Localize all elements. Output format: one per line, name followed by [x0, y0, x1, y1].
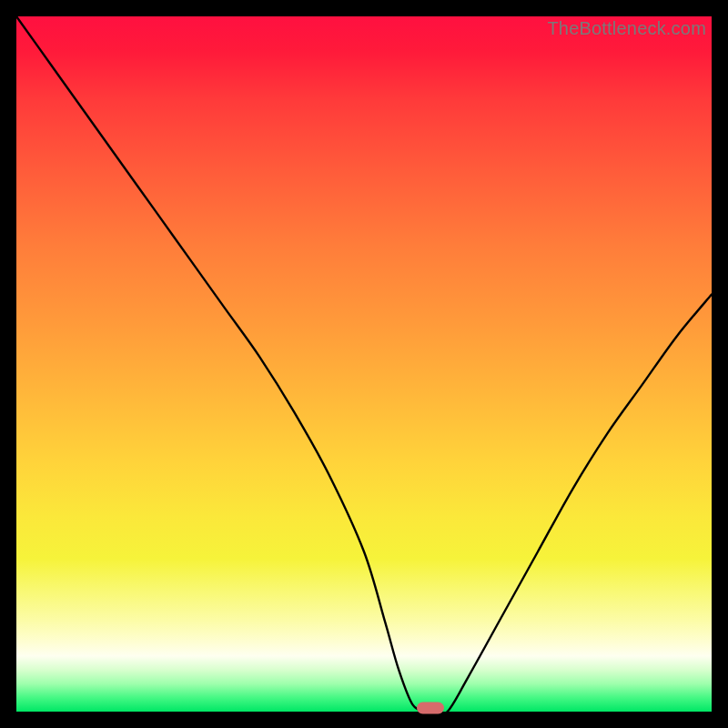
plot-area: TheBottleneck.com [16, 16, 712, 712]
chart-frame: TheBottleneck.com [0, 0, 728, 728]
bottleneck-curve [16, 16, 712, 714]
curve-svg [16, 16, 712, 712]
optimal-marker [417, 703, 444, 714]
